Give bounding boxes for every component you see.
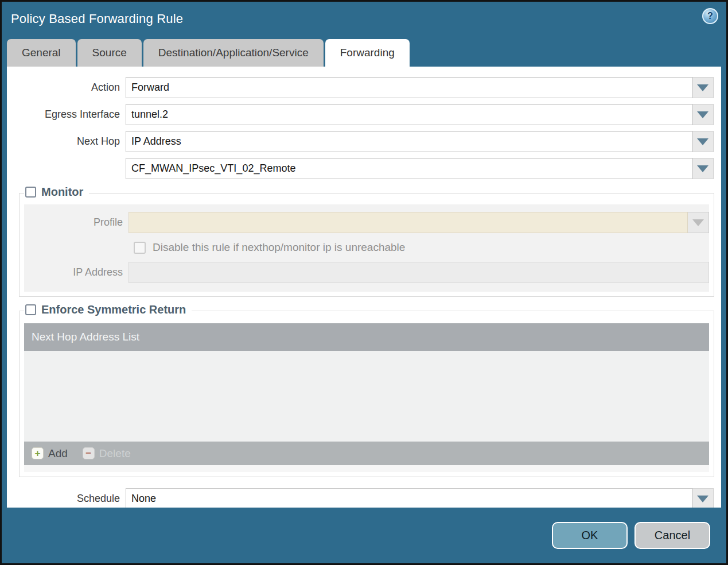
- title-bar: Policy Based Forwarding Rule ?: [2, 2, 726, 36]
- action-select[interactable]: Forward: [126, 77, 692, 98]
- tab-source[interactable]: Source: [77, 39, 142, 67]
- disable-rule-checkbox: [134, 242, 146, 254]
- dialog-footer: OK Cancel: [2, 508, 726, 563]
- tab-content-forwarding: Action Forward Egress Interface tunnel.2…: [7, 67, 721, 508]
- ok-button[interactable]: OK: [552, 522, 628, 549]
- profile-label: Profile: [24, 216, 129, 229]
- enforce-symmetric-return-legend-label: Enforce Symmetric Return: [41, 303, 186, 316]
- enforce-symmetric-return-checkbox[interactable]: [25, 304, 36, 315]
- disable-rule-label: Disable this rule if nexthop/monitor ip …: [153, 241, 405, 254]
- schedule-row: Schedule None: [7, 488, 721, 508]
- monitor-ip-address-label: IP Address: [24, 266, 129, 278]
- chevron-down-icon: [697, 496, 708, 502]
- schedule-label: Schedule: [7, 493, 126, 505]
- egress-interface-label: Egress Interface: [7, 109, 126, 121]
- next-hop-address-list-header-label: Next Hop Address List: [32, 331, 139, 343]
- monitor-fieldset: Monitor Profile Disable this rule if nex…: [19, 193, 714, 297]
- add-button-label: Add: [48, 447, 68, 460]
- schedule-select[interactable]: None: [126, 488, 692, 508]
- tab-bar: General Source Destination/Application/S…: [2, 36, 726, 67]
- action-dropdown-button[interactable]: [692, 77, 714, 98]
- monitor-ip-address-input: [129, 262, 709, 283]
- next-hop-address-row: CF_MWAN_IPsec_VTI_02_Remote: [7, 158, 721, 179]
- next-hop-select[interactable]: IP Address: [126, 131, 692, 152]
- action-row: Action Forward: [7, 77, 721, 98]
- enforce-symmetric-return-legend: Enforce Symmetric Return: [24, 303, 192, 316]
- chevron-down-icon: [692, 219, 704, 226]
- monitor-panel: Profile Disable this rule if nexthop/mon…: [24, 204, 709, 292]
- page-title: Policy Based Forwarding Rule: [11, 11, 183, 26]
- profile-select: [129, 212, 688, 233]
- monitor-ip-address-row: IP Address: [24, 262, 709, 283]
- next-hop-address-list-table: Next Hop Address List + Add − Delete: [24, 323, 709, 472]
- next-hop-address-list-header: Next Hop Address List: [24, 323, 709, 351]
- next-hop-label: Next Hop: [7, 136, 126, 148]
- delete-button-label: Delete: [99, 447, 131, 460]
- next-hop-dropdown-button[interactable]: [692, 131, 714, 152]
- next-hop-address-list-footer: + Add − Delete: [24, 442, 709, 465]
- help-icon[interactable]: ?: [702, 8, 718, 24]
- action-label: Action: [7, 82, 126, 94]
- schedule-dropdown-button[interactable]: [692, 488, 714, 508]
- next-hop-address-select[interactable]: CF_MWAN_IPsec_VTI_02_Remote: [126, 158, 692, 179]
- cancel-button[interactable]: Cancel: [634, 522, 710, 549]
- monitor-legend-label: Monitor: [41, 185, 83, 199]
- chevron-down-icon: [697, 111, 708, 118]
- profile-row: Profile: [24, 212, 709, 233]
- minus-icon: −: [83, 447, 95, 459]
- enforce-symmetric-return-fieldset: Enforce Symmetric Return Next Hop Addres…: [19, 311, 714, 477]
- tab-general[interactable]: General: [7, 39, 76, 67]
- chevron-down-icon: [697, 138, 708, 145]
- chevron-down-icon: [697, 84, 708, 91]
- delete-button: − Delete: [83, 447, 131, 460]
- disable-rule-row: Disable this rule if nexthop/monitor ip …: [24, 233, 709, 262]
- monitor-legend: Monitor: [24, 185, 89, 199]
- monitor-checkbox[interactable]: [25, 187, 36, 198]
- chevron-down-icon: [697, 165, 708, 172]
- plus-icon: +: [32, 447, 44, 459]
- egress-interface-select[interactable]: tunnel.2: [126, 104, 692, 125]
- profile-dropdown-button: [688, 212, 709, 233]
- next-hop-row: Next Hop IP Address: [7, 131, 721, 152]
- tab-destination-application-service[interactable]: Destination/Application/Service: [143, 39, 324, 67]
- next-hop-address-list-body[interactable]: [24, 351, 709, 442]
- table-scrollbar-track: [24, 465, 709, 472]
- egress-interface-dropdown-button[interactable]: [692, 104, 714, 125]
- next-hop-address-dropdown-button[interactable]: [692, 158, 714, 179]
- add-button[interactable]: + Add: [32, 447, 68, 460]
- egress-interface-row: Egress Interface tunnel.2: [7, 104, 721, 125]
- tab-forwarding[interactable]: Forwarding: [325, 39, 410, 67]
- pbf-rule-dialog: Policy Based Forwarding Rule ? General S…: [0, 0, 728, 565]
